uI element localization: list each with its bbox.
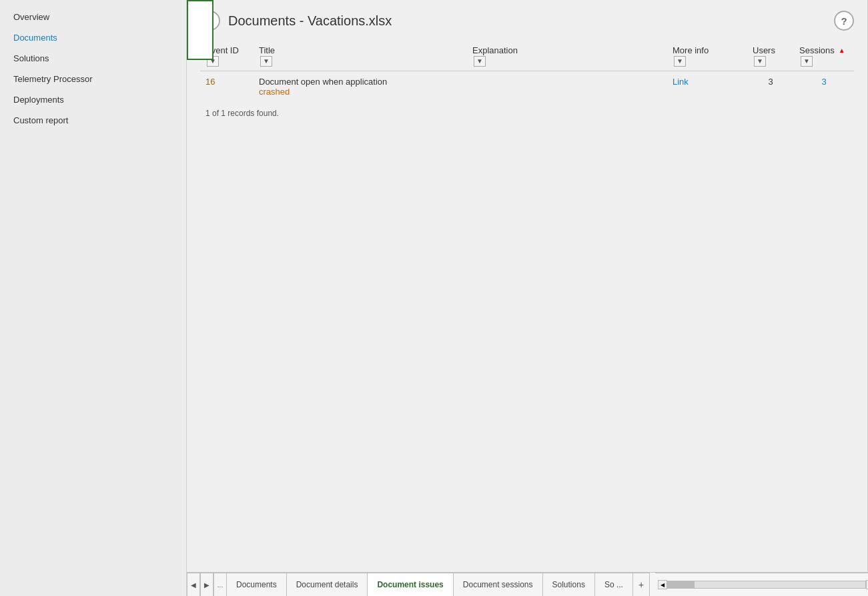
tab-separator (650, 573, 655, 596)
tab-add-button[interactable]: + (633, 573, 650, 596)
green-selection-box (187, 0, 213, 60)
sidebar: Overview Documents Solutions Telemetry P… (0, 0, 187, 596)
cell-users: 3 (747, 71, 794, 103)
main-table-container: Event ID ▼ Title ▼ (187, 41, 867, 572)
filter-sessions[interactable]: ▼ (801, 56, 813, 67)
sidebar-item-deployments[interactable]: Deployments (0, 89, 186, 110)
tab-so-more[interactable]: So ... (595, 573, 633, 596)
tab-scrollbar-area: ◀ ▶ (655, 573, 868, 596)
tab-scroll-left-button[interactable]: ◀ (658, 580, 667, 589)
sidebar-item-overview[interactable]: Overview (0, 7, 186, 27)
tab-document-details[interactable]: Document details (287, 573, 368, 596)
records-found: 1 of 1 records found. (200, 102, 854, 125)
help-icon: ? (841, 15, 847, 27)
page-title: Documents - Vacations.xlsx (228, 13, 826, 29)
sidebar-item-documents[interactable]: Documents (0, 27, 186, 48)
filter-users[interactable]: ▼ (754, 56, 766, 67)
tab-solutions[interactable]: Solutions (543, 573, 595, 596)
sessions-sort-indicator: ▲ (839, 47, 845, 54)
tab-documents[interactable]: Documents (227, 573, 287, 596)
col-header-explanation: Explanation ▼ (467, 41, 667, 71)
tab-more-nav-button[interactable]: ... (213, 573, 227, 596)
tab-document-sessions[interactable]: Document sessions (454, 573, 543, 596)
filter-more-info[interactable]: ▼ (674, 56, 686, 67)
help-button[interactable]: ? (834, 11, 854, 31)
cell-more-info: Link (667, 71, 747, 103)
cell-event-id: 16 (200, 71, 254, 103)
tab-scrollbar-track[interactable] (667, 581, 866, 589)
cell-title: Document open when application crashed (254, 71, 467, 103)
issues-table: Event ID ▼ Title ▼ (200, 41, 854, 102)
tab-scrollbar-thumb[interactable] (668, 581, 695, 588)
filter-explanation[interactable]: ▼ (474, 56, 486, 67)
cell-explanation (467, 71, 667, 103)
tab-prev-button[interactable]: ◀ (187, 573, 200, 596)
tab-next-button[interactable]: ▶ (200, 573, 213, 596)
tab-document-issues[interactable]: Document issues (368, 573, 453, 596)
cell-sessions: 3 (794, 71, 854, 103)
col-header-title: Title ▼ (254, 41, 467, 71)
col-header-more-info: More info ▼ (667, 41, 747, 71)
tab-bar: ◀ ▶ ... Documents Document details Docum… (187, 572, 868, 596)
sidebar-item-telemetry[interactable]: Telemetry Processor (0, 69, 186, 89)
title-text-plain: Document open when application (259, 77, 387, 87)
col-header-users: Users ▼ (747, 41, 794, 71)
title-crashed: crashed (259, 87, 290, 97)
sidebar-item-custom-report[interactable]: Custom report (0, 110, 186, 131)
table-row: 16 Document open when application crashe… (200, 71, 854, 103)
filter-title[interactable]: ▼ (260, 56, 272, 67)
sidebar-item-solutions[interactable]: Solutions (0, 48, 186, 69)
content-header: ← Documents - Vacations.xlsx ? (187, 0, 867, 41)
col-header-sessions: Sessions ▲ ▼ (794, 41, 854, 71)
sessions-link[interactable]: 3 (821, 77, 826, 87)
more-info-link[interactable]: Link (673, 77, 689, 87)
